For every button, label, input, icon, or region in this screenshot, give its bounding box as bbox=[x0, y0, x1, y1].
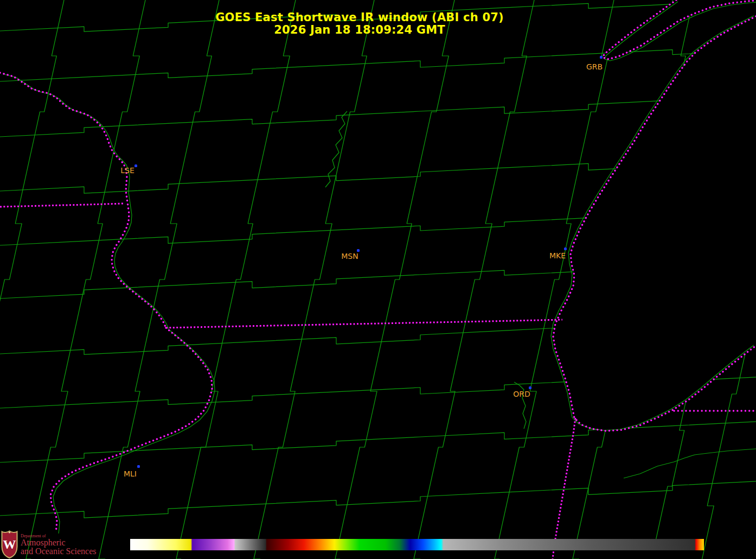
river-county-line bbox=[624, 449, 756, 478]
river-county-line bbox=[514, 382, 526, 429]
logo-name-line-2: and Oceanic Sciences bbox=[21, 547, 96, 556]
title-line-2: 2026 Jan 18 18:09:24 GMT bbox=[215, 24, 504, 36]
state-border-mississippi-river bbox=[0, 73, 166, 328]
county-border bbox=[176, 0, 296, 559]
river-county-line bbox=[3, 74, 169, 329]
state-border-mn-ia bbox=[0, 204, 124, 207]
satellite-image-viewport: GOES East Shortwave IR window (ABI ch 07… bbox=[0, 0, 756, 559]
station-dot bbox=[600, 56, 603, 59]
state-border-il-in bbox=[553, 418, 575, 559]
county-border bbox=[0, 0, 64, 559]
station-label: LSE bbox=[120, 166, 134, 175]
river-county-line bbox=[53, 329, 215, 533]
uw-crest-icon: W bbox=[1, 530, 18, 558]
station-label: MKE bbox=[549, 251, 566, 260]
station-dot bbox=[137, 465, 140, 468]
map-overlay bbox=[0, 0, 756, 559]
uw-aos-logo: W Department of Atmospheric and Oceanic … bbox=[1, 530, 96, 558]
county-border bbox=[0, 481, 756, 518]
logo-text: Department of Atmospheric and Oceanic Sc… bbox=[21, 530, 96, 556]
image-title: GOES East Shortwave IR window (ABI ch 07… bbox=[215, 11, 504, 36]
station-label: ORD bbox=[513, 390, 530, 398]
station-label: MSN bbox=[341, 252, 358, 261]
svg-text:W: W bbox=[3, 537, 16, 551]
ir-temperature-colorbar bbox=[130, 539, 704, 550]
station-label: MLI bbox=[124, 469, 137, 478]
county-border bbox=[254, 0, 374, 559]
county-border bbox=[99, 0, 219, 559]
county-border bbox=[335, 0, 454, 559]
station-dot bbox=[134, 164, 137, 167]
title-line-1: GOES East Shortwave IR window (ABI ch 07… bbox=[215, 11, 504, 24]
county-border bbox=[0, 50, 756, 81]
station-dot bbox=[564, 247, 567, 250]
state-border-wi-il bbox=[166, 320, 562, 328]
county-border bbox=[414, 0, 534, 559]
logo-name-line-1: Atmospheric bbox=[21, 538, 96, 547]
station-label: GRB bbox=[586, 62, 603, 71]
station-dot bbox=[529, 386, 531, 389]
